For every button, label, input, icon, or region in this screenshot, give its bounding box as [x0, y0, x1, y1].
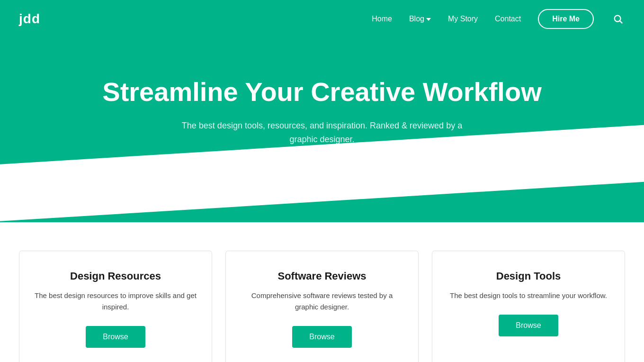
card-software-reviews: Software Reviews Comprehensive software …: [225, 251, 419, 362]
svg-line-1: [620, 21, 622, 23]
hire-me-button[interactable]: Hire Me: [538, 9, 594, 29]
hero-subtitle: The best design tools, resources, and in…: [180, 119, 464, 146]
browse-button-software-reviews[interactable]: Browse: [292, 326, 351, 348]
main-nav: Home Blog My Story Contact Hire Me: [372, 9, 625, 29]
card-design-resources: Design Resources The best design resourc…: [19, 251, 212, 362]
card-title-software-reviews: Software Reviews: [241, 270, 403, 282]
card-desc-software-reviews: Comprehensive software reviews tested by…: [241, 290, 403, 313]
nav-my-story[interactable]: My Story: [448, 15, 478, 23]
browse-button-design-resources[interactable]: Browse: [86, 326, 145, 348]
browse-button-design-tools[interactable]: Browse: [499, 315, 558, 336]
cards-container: Design Resources The best design resourc…: [19, 251, 625, 362]
svg-point-0: [615, 16, 621, 22]
card-design-tools: Design Tools The best design tools to st…: [432, 251, 625, 362]
nav-blog[interactable]: Blog: [409, 15, 431, 23]
card-desc-design-resources: The best design resources to improve ski…: [35, 290, 197, 313]
hero-title: Streamline Your Creative Workflow: [19, 76, 625, 108]
cards-section: Design Resources The best design resourc…: [0, 222, 644, 362]
hero-section: Streamline Your Creative Workflow The be…: [0, 38, 644, 222]
logo[interactable]: jdd: [19, 11, 40, 27]
search-button[interactable]: [611, 12, 625, 26]
card-desc-design-tools: The best design tools to streamline your…: [447, 290, 609, 301]
search-icon: [613, 14, 623, 24]
card-title-design-resources: Design Resources: [35, 270, 197, 282]
card-title-design-tools: Design Tools: [447, 270, 609, 282]
chevron-down-icon: [426, 18, 431, 21]
header: jdd Home Blog My Story Contact Hire Me: [0, 0, 644, 38]
nav-home[interactable]: Home: [372, 15, 392, 23]
nav-contact[interactable]: Contact: [495, 15, 521, 23]
